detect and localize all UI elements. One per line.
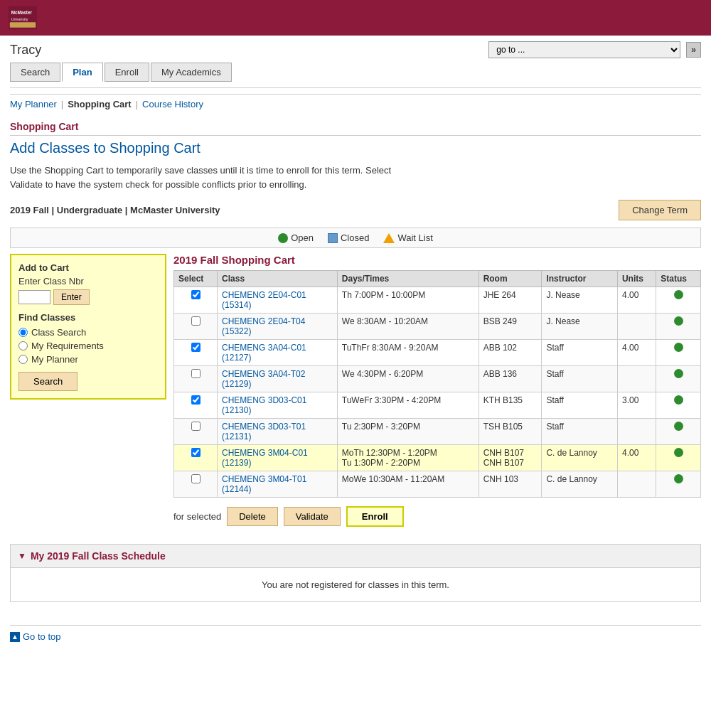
status-dot-icon (674, 290, 683, 299)
class-link[interactable]: CHEMENG 3D03-T01 (222, 422, 306, 432)
status-cell (656, 419, 701, 445)
enter-row: Enter (18, 289, 158, 305)
table-row: CHEMENG 2E04-T04(15322)We 8:30AM - 10:20… (174, 314, 701, 340)
units-cell (617, 419, 656, 445)
delete-button[interactable]: Delete (227, 507, 278, 526)
description: Use the Shopping Cart to temporarily sav… (10, 164, 701, 191)
row-checkbox[interactable] (191, 474, 201, 483)
subnav-my-planner[interactable]: My Planner (10, 99, 57, 109)
status-dot-icon (674, 316, 683, 326)
subnav-course-history[interactable]: Course History (142, 99, 203, 109)
class-link[interactable]: CHEMENG 3A04-T02 (222, 369, 305, 379)
schedule-header[interactable]: ▼ My 2019 Fall Class Schedule (11, 545, 700, 568)
goto-select[interactable]: go to ... (488, 41, 680, 58)
select-cell (174, 287, 218, 314)
radio-my-requirements-input[interactable] (18, 341, 28, 350)
tab-my-academics[interactable]: My Academics (151, 63, 232, 82)
class-link[interactable]: CHEMENG 2E04-C01 (222, 290, 306, 300)
class-nbr-input[interactable] (18, 290, 50, 304)
svg-text:McMaster: McMaster (11, 10, 33, 15)
class-link[interactable]: CHEMENG 3A04-C01 (222, 343, 306, 353)
class-id: (15322) (222, 326, 251, 336)
legend-waitlist: Wait List (383, 232, 432, 243)
status-cell (656, 366, 701, 392)
instructor-cell: Staff (542, 340, 618, 366)
main-tabs: Search Plan Enroll My Academics (10, 63, 701, 82)
table-row: CHEMENG 2E04-C01(15314)Th 7:00PM - 10:00… (174, 287, 701, 314)
row-checkbox[interactable] (191, 369, 201, 378)
username: Tracy (10, 43, 483, 58)
status-dot-icon (674, 369, 683, 378)
goto-button[interactable]: » (686, 42, 701, 58)
radio-class-search: Class Search (18, 327, 158, 338)
radio-my-requirements-label: My Requirements (31, 341, 104, 351)
instructor-cell: C. de Lannoy (542, 445, 618, 471)
status-cell (656, 471, 701, 498)
main-layout: Add to Cart Enter Class Nbr Enter Find C… (10, 254, 701, 532)
class-cell: CHEMENG 3A04-C01(12127) (218, 340, 338, 366)
change-term-button[interactable]: Change Term (619, 200, 701, 220)
row-checkbox[interactable] (191, 448, 201, 457)
class-link[interactable]: CHEMENG 3M04-T01 (222, 474, 306, 484)
radio-my-planner-input[interactable] (18, 355, 28, 364)
add-to-cart-section: Add to Cart Enter Class Nbr Enter Find C… (10, 254, 166, 400)
waitlist-icon (383, 233, 395, 243)
header: McMaster University (0, 0, 711, 36)
row-checkbox[interactable] (191, 422, 201, 431)
schedule-empty-message: You are not registered for classes in th… (262, 579, 449, 590)
class-id: (12131) (222, 432, 251, 441)
table-row: CHEMENG 3A04-C01(12127)TuThFr 8:30AM - 9… (174, 340, 701, 366)
status-dot-icon (674, 395, 683, 405)
col-status: Status (656, 271, 701, 287)
enter-button[interactable]: Enter (53, 289, 90, 305)
tab-plan[interactable]: Plan (62, 63, 102, 82)
description-line2: Validate to have the system check for po… (10, 179, 306, 190)
row-checkbox[interactable] (191, 343, 201, 352)
open-icon (278, 233, 288, 243)
status-cell (656, 340, 701, 366)
schedule-title: My 2019 Fall Class Schedule (31, 550, 166, 562)
description-line1: Use the Shopping Cart to temporarily sav… (10, 165, 391, 176)
search-button[interactable]: Search (18, 372, 77, 391)
class-link[interactable]: CHEMENG 2E04-T04 (222, 316, 305, 326)
units-cell (617, 471, 656, 498)
goto-top-link[interactable]: ▲ Go to top (10, 631, 701, 642)
tab-enroll[interactable]: Enroll (105, 63, 149, 82)
class-id: (12130) (222, 405, 251, 415)
class-cell: CHEMENG 2E04-T04(15322) (218, 314, 338, 340)
radio-my-planner: My Planner (18, 354, 158, 365)
table-row: CHEMENG 3M04-T01(12144)MoWe 10:30AM - 11… (174, 471, 701, 498)
room-cell: ABB 136 (479, 366, 542, 392)
goto-top-icon: ▲ (10, 632, 20, 642)
select-cell (174, 445, 218, 471)
days-times-cell: Th 7:00PM - 10:00PM (337, 287, 479, 314)
sub-nav: My Planner | Shopping Cart | Course Hist… (10, 94, 701, 114)
content-area: Shopping Cart Add Classes to Shopping Ca… (0, 114, 711, 609)
class-link[interactable]: CHEMENG 3M04-C01 (222, 448, 308, 458)
days-times-cell: Tu 2:30PM - 3:20PM (337, 419, 479, 445)
room-cell: CNH 103 (479, 471, 542, 498)
tab-search[interactable]: Search (10, 63, 60, 82)
class-id: (12127) (222, 353, 251, 363)
validate-button[interactable]: Validate (284, 507, 341, 526)
mcmaster-logo-icon: McMaster University (9, 6, 37, 30)
term-text: 2019 Fall | Undergraduate | McMaster Uni… (10, 205, 619, 215)
collapse-icon: ▼ (18, 551, 26, 561)
room-cell: CNH B107 CNH B107 (479, 445, 542, 471)
instructor-cell: J. Nease (542, 314, 618, 340)
subnav-shopping-cart: Shopping Cart (68, 99, 132, 109)
legend-closed: Closed (328, 232, 369, 243)
radio-class-search-input[interactable] (18, 328, 28, 337)
row-checkbox[interactable] (191, 290, 201, 299)
table-row: CHEMENG 3A04-T02(12129)We 4:30PM - 6:20P… (174, 366, 701, 392)
instructor-cell: J. Nease (542, 287, 618, 314)
row-checkbox[interactable] (191, 316, 201, 326)
class-id: (12129) (222, 379, 251, 389)
legend-open: Open (278, 232, 314, 243)
class-link[interactable]: CHEMENG 3D03-C01 (222, 395, 306, 405)
row-checkbox[interactable] (191, 395, 201, 405)
page-title: Add Classes to Shopping Cart (10, 140, 701, 156)
enroll-button[interactable]: Enroll (346, 506, 404, 527)
room-cell: KTH B135 (479, 392, 542, 419)
status-cell (656, 445, 701, 471)
